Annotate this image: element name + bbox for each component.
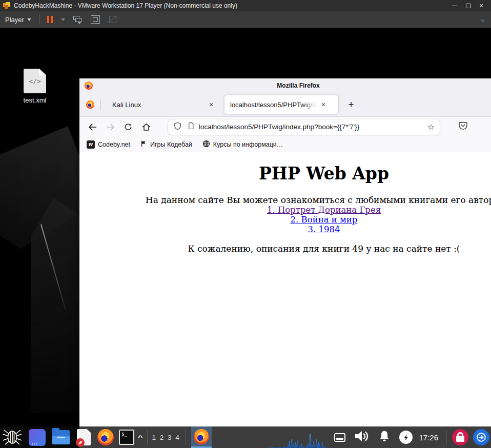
book-link-1[interactable]: 1. Портрет Дориана Грея [79, 205, 491, 215]
tab-bar: Kali Linux × localhost/lesson5/PHPTwig/i… [79, 93, 491, 116]
desktop-file-test-xml[interactable]: </> test.xml [17, 69, 52, 104]
firefox-window-button-active[interactable] [191, 426, 212, 448]
notification-bell-icon[interactable] [378, 430, 391, 445]
minimize-button[interactable] [448, 1, 461, 10]
firefox-titlebar[interactable]: Mozilla Firefox [79, 78, 491, 93]
back-button[interactable] [84, 119, 100, 135]
player-menu-label: Player [5, 16, 24, 24]
globe-icon [202, 140, 210, 149]
display-icon[interactable] [334, 433, 345, 442]
taskbar: ... $_ ^ 1 2 3 4 17:26 [0, 426, 491, 448]
new-tab-button[interactable]: + [344, 98, 358, 111]
book-link-3[interactable]: 3. 1984 [79, 225, 491, 234]
firefox-window-title: Mozilla Firefox [79, 82, 491, 89]
bookmark-kursy[interactable]: Курсы по информаци… [202, 140, 283, 149]
xml-file-icon: </> [24, 69, 46, 93]
workspace-switcher[interactable]: 1 2 3 4 [152, 434, 180, 441]
bookmarks-toolbar: w Codeby.net Игры Кодебай Курсы по инфор… [79, 137, 491, 152]
forward-button [102, 119, 118, 135]
fullscreen-button[interactable] [91, 15, 100, 24]
desktop-file-label: test.xml [17, 96, 52, 104]
bookmark-label: Курсы по информаци… [213, 141, 283, 148]
maximize-button[interactable] [461, 1, 475, 10]
shield-icon[interactable] [173, 121, 182, 133]
tab-label: Kali Linux [112, 101, 206, 109]
url-bar[interactable]: localhost/lesson5/PHPTwig/index.php?book… [168, 119, 440, 135]
bookmark-label: Codeby.net [98, 141, 130, 148]
chevron-down-icon [27, 18, 31, 21]
screen-lock-icon[interactable] [452, 429, 468, 445]
taskbar-divider [147, 430, 148, 444]
tab-kali-linux[interactable]: Kali Linux × [107, 95, 220, 114]
unity-mode-button [108, 15, 117, 24]
codeby-favicon: w [87, 140, 95, 149]
logout-icon[interactable] [473, 429, 489, 445]
web-page-content: PHP Web App На данном сайте Вы можете оз… [79, 153, 491, 448]
player-menu[interactable]: Player [0, 11, 36, 28]
close-button[interactable]: × [475, 1, 488, 10]
vmware-titlebar: CodebyHackMashine - VMware Workstation 1… [0, 0, 491, 11]
page-error-message: К сожалению, описания для книги 49 у нас… [79, 244, 491, 254]
url-text[interactable]: localhost/lesson5/PHPTwig/index.php?book… [199, 123, 427, 131]
tab-label: localhost/lesson5/PHPTwig/in [230, 101, 318, 109]
bookmark-igry-kodebay[interactable]: Игры Кодебай [140, 140, 192, 149]
pencil-badge-icon [76, 438, 85, 447]
collapse-toolbar-button[interactable]: « [481, 15, 484, 24]
network-monitor-graph[interactable] [270, 433, 328, 448]
panel-expand-chevron-icon[interactable]: ^ [137, 434, 143, 441]
flag-icon [140, 140, 147, 149]
tab-localhost-active[interactable]: localhost/lesson5/PHPTwig/in × [224, 95, 338, 114]
power-manager-icon[interactable] [399, 431, 413, 444]
kali-menu-button[interactable] [0, 426, 25, 448]
vmware-player-window: CodebyHackMashine - VMware Workstation 1… [0, 0, 491, 448]
reload-button[interactable] [120, 119, 136, 135]
firefox-icon [194, 429, 209, 444]
terminal-icon[interactable]: $_ [119, 430, 134, 445]
vmware-logo-icon [3, 2, 11, 9]
bookmark-codeby[interactable]: w Codeby.net [87, 140, 130, 149]
home-button[interactable] [138, 119, 154, 135]
suspend-button[interactable] [43, 16, 57, 23]
page-info-icon[interactable] [187, 121, 195, 132]
file-manager-icon[interactable] [52, 430, 70, 444]
taskbar-divider [185, 430, 186, 444]
volume-icon[interactable] [354, 430, 370, 445]
firefox-window: Mozilla Firefox Kali Linux × localhost/l… [79, 78, 491, 448]
bookmark-label: Игры Кодебай [150, 141, 192, 148]
app-grid-icon[interactable]: ... [29, 429, 46, 446]
firefox-view-button[interactable] [86, 100, 94, 109]
clock[interactable]: 17:26 [419, 433, 438, 442]
kali-desktop: </> test.xml Mozilla Firefox Kali Linux … [0, 29, 491, 448]
send-ctrl-alt-del-button[interactable] [73, 15, 83, 24]
taskbar-divider [446, 430, 446, 445]
vmware-toolbar: Player « [0, 11, 491, 28]
suspend-options-chevron-icon[interactable] [61, 18, 65, 21]
tab-close-icon[interactable]: × [206, 99, 216, 110]
book-link-2[interactable]: 2. Война и мир [79, 215, 491, 225]
navigation-toolbar: localhost/lesson5/PHPTwig/index.php?book… [79, 116, 491, 137]
bookmark-star-icon[interactable]: ☆ [427, 122, 435, 132]
pocket-icon[interactable] [458, 121, 468, 133]
tab-close-icon[interactable]: × [318, 99, 329, 110]
page-title: PHP Web App [79, 164, 491, 184]
tab-divider [100, 99, 101, 110]
firefox-launcher-icon[interactable] [97, 429, 114, 445]
toolbar-divider [39, 14, 40, 25]
vmware-window-title: CodebyHackMashine - VMware Workstation 1… [14, 2, 448, 9]
page-intro-text: На данном сайте Вы можете ознакомиться с… [79, 195, 491, 205]
